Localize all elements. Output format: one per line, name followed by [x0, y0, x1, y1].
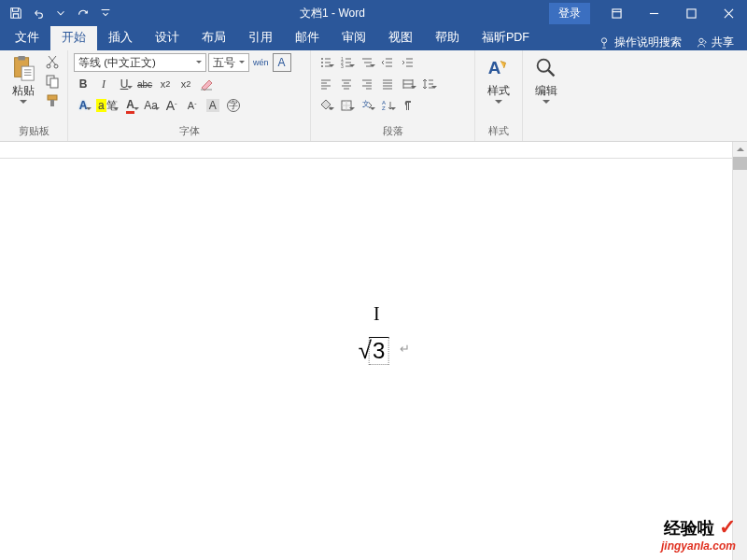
ribbon-options-icon[interactable]: [598, 0, 635, 26]
tab-foxit[interactable]: 福昕PDF: [471, 26, 541, 50]
close-icon[interactable]: [710, 0, 747, 26]
line-spacing-button[interactable]: [419, 75, 438, 93]
enclose-characters-button[interactable]: 字: [224, 96, 243, 115]
shrink-font-button[interactable]: Aˇ: [183, 96, 202, 115]
vertical-scrollbar[interactable]: [732, 142, 747, 560]
font-group-label: 字体: [74, 122, 304, 141]
group-editing: 编辑: [523, 50, 570, 141]
clear-formatting-button[interactable]: [197, 75, 216, 93]
tab-review[interactable]: 审阅: [331, 26, 377, 50]
login-button[interactable]: 登录: [549, 3, 590, 24]
svg-point-15: [321, 65, 323, 67]
align-center-button[interactable]: [337, 75, 356, 93]
change-case-button[interactable]: Aa: [142, 96, 161, 115]
minimize-icon[interactable]: [635, 0, 672, 26]
editing-button[interactable]: 编辑: [529, 52, 564, 106]
tab-mailings[interactable]: 邮件: [284, 26, 331, 50]
italic-button[interactable]: I: [94, 75, 113, 93]
highlight-button[interactable]: a笔: [94, 96, 120, 115]
character-border-button[interactable]: A: [273, 53, 291, 72]
tab-view[interactable]: 视图: [377, 26, 424, 50]
paragraph-mark-icon: ↵: [400, 342, 410, 356]
svg-rect-6: [21, 66, 34, 80]
strikethrough-button[interactable]: abc: [135, 75, 154, 93]
undo-icon[interactable]: [28, 3, 49, 23]
share-button[interactable]: 共享: [695, 35, 734, 50]
styles-button[interactable]: A 样式: [481, 52, 516, 106]
decrease-indent-button[interactable]: [378, 53, 397, 72]
sort-button[interactable]: AZ: [378, 96, 397, 115]
scroll-thumb[interactable]: [733, 157, 747, 170]
tab-layout[interactable]: 布局: [190, 26, 237, 50]
align-left-button[interactable]: [317, 75, 335, 93]
document-area[interactable]: I √ 3 ↵: [0, 159, 747, 560]
window-title: 文档1 - Word: [116, 6, 549, 21]
shading-button[interactable]: [317, 96, 335, 115]
editing-group-label: [529, 125, 564, 141]
text-direction-button[interactable]: 文: [358, 96, 376, 115]
paste-button[interactable]: 粘贴: [6, 52, 41, 106]
font-color-button[interactable]: A: [121, 96, 140, 115]
tab-help[interactable]: 帮助: [424, 26, 471, 50]
share-label: 共享: [712, 35, 734, 50]
align-right-button[interactable]: [358, 75, 376, 93]
scroll-up-icon[interactable]: [733, 142, 747, 157]
numbering-button[interactable]: 123: [337, 53, 356, 72]
copy-button[interactable]: [43, 72, 62, 91]
svg-rect-12: [50, 100, 54, 106]
svg-text:A: A: [488, 58, 501, 77]
group-clipboard: 粘贴 剪贴板: [0, 50, 68, 141]
subscript-button[interactable]: x2: [156, 75, 175, 93]
radicand[interactable]: 3: [369, 337, 388, 365]
window-controls: 登录: [549, 0, 747, 26]
svg-point-19: [330, 107, 332, 110]
font-name-combo[interactable]: 等线 (中文正文): [74, 53, 206, 72]
maximize-icon[interactable]: [672, 0, 710, 26]
paste-label: 粘贴: [12, 84, 35, 98]
underline-button[interactable]: U: [115, 75, 134, 93]
qat-customize-icon[interactable]: [95, 3, 116, 23]
group-styles: A 样式 样式: [475, 50, 523, 141]
ruler[interactable]: [0, 142, 747, 159]
grow-font-button[interactable]: Aˆ: [162, 96, 181, 115]
bullets-button[interactable]: [317, 53, 335, 72]
redo-icon[interactable]: [73, 3, 93, 23]
tab-references[interactable]: 引用: [237, 26, 284, 50]
svg-point-3: [699, 38, 703, 42]
svg-point-25: [538, 60, 550, 72]
cut-button[interactable]: [43, 52, 62, 71]
text-effects-button[interactable]: A: [74, 96, 92, 115]
svg-text:文: 文: [362, 100, 370, 108]
tab-design[interactable]: 设计: [144, 26, 190, 50]
justify-button[interactable]: [378, 75, 397, 93]
svg-rect-1: [686, 8, 695, 17]
increase-indent-button[interactable]: [399, 53, 417, 72]
font-size-combo[interactable]: 五号: [208, 53, 249, 72]
bold-button[interactable]: B: [74, 75, 92, 93]
svg-rect-5: [18, 56, 25, 61]
group-paragraph: 123 文 AZ 段落: [311, 50, 475, 141]
tell-me-label: 操作说明搜索: [614, 35, 682, 50]
tab-insert[interactable]: 插入: [97, 26, 144, 50]
qat-dropdown-icon[interactable]: [50, 3, 71, 23]
tell-me-search[interactable]: 操作说明搜索: [598, 35, 682, 50]
equation[interactable]: √ 3: [359, 336, 389, 365]
page[interactable]: I √ 3 ↵: [47, 159, 700, 560]
phonetic-guide-button[interactable]: wén: [251, 53, 271, 72]
ribbon-tabs: 文件 开始 插入 设计 布局 引用 邮件 审阅 视图 帮助 福昕PDF 操作说明…: [0, 26, 747, 50]
title-bar: 文档1 - Word 登录: [0, 0, 747, 26]
svg-rect-11: [48, 95, 57, 100]
multilevel-list-button[interactable]: [358, 53, 376, 72]
save-icon[interactable]: [6, 3, 26, 23]
distributed-button[interactable]: [399, 75, 417, 93]
format-painter-button[interactable]: [43, 91, 62, 110]
character-shading-button[interactable]: A: [204, 96, 222, 115]
tab-home[interactable]: 开始: [50, 26, 97, 50]
tab-file[interactable]: 文件: [4, 26, 50, 50]
superscript-button[interactable]: x2: [176, 75, 195, 93]
svg-point-14: [321, 62, 323, 63]
borders-button[interactable]: [337, 96, 356, 115]
show-marks-button[interactable]: [399, 96, 417, 115]
text-cursor-icon: I: [374, 303, 380, 325]
watermark: 经验啦 ✓ jingyanla.com: [661, 515, 736, 553]
